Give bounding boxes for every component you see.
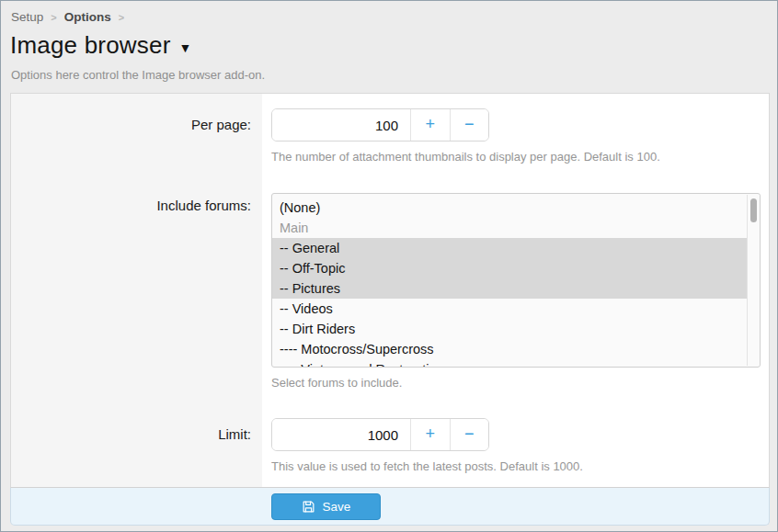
forum-option[interactable]: -- Pictures [272,278,747,299]
breadcrumb-separator-icon: > [119,12,124,23]
forum-option[interactable]: (None) [272,198,747,218]
include-forums-select[interactable]: (None)Main-- General-- Off-Topic-- Pictu… [271,193,761,368]
forum-option[interactable]: -- Videos [272,299,747,319]
forum-option[interactable]: ---- Vintage and Restoration [272,359,747,368]
forum-option[interactable]: ---- Motocross/Supercross [272,339,747,359]
per-page-row: Per page: + − The number of attachment t… [11,94,769,185]
per-page-input[interactable] [272,109,410,141]
limit-decrement-button[interactable]: − [450,419,489,450]
options-panel: Per page: + − The number of attachment t… [10,93,770,526]
limit-row: Limit: + − This value is used to fetch t… [11,405,769,487]
breadcrumb-setup[interactable]: Setup [11,10,43,24]
forum-option[interactable]: -- Off-Topic [272,258,747,278]
per-page-hint: The number of attachment thumbnails to d… [271,149,761,164]
save-floppy-icon [302,500,315,514]
per-page-decrement-button[interactable]: − [450,109,489,141]
page-title: Image browser [10,31,171,60]
include-forums-hint: Select forums to include. [271,375,761,391]
breadcrumb: Setup > Options > [11,10,124,24]
forum-option[interactable]: -- Dirt Riders [272,319,747,339]
breadcrumb-options[interactable]: Options [64,10,111,24]
include-forums-row: Include forums: (None)Main-- General-- O… [11,185,769,405]
limit-increment-button[interactable]: + [410,419,450,450]
forum-option[interactable]: -- General [272,238,747,258]
breadcrumb-separator-icon: > [51,12,56,23]
include-forums-label: Include forums: [11,185,262,405]
select-scrollbar-thumb[interactable] [750,198,757,222]
limit-input[interactable] [272,419,410,450]
form-footer: Save [10,488,770,526]
per-page-spinner: + − [271,108,489,141]
options-page: Setup > Options > Image browser ▼ Option… [0,0,778,532]
per-page-increment-button[interactable]: + [410,109,450,141]
per-page-label: Per page: [11,94,262,185]
limit-spinner: + − [271,418,489,451]
limit-label: Limit: [11,405,262,487]
title-dropdown-caret-icon[interactable]: ▼ [179,37,192,55]
limit-hint: This value is used to fetch the latest p… [271,458,761,474]
select-scrollbar[interactable] [747,195,760,366]
forum-option[interactable]: Main [272,218,747,238]
page-description: Options here control the Image browser a… [11,68,265,82]
save-button-label: Save [323,500,351,514]
save-button[interactable]: Save [271,493,381,520]
